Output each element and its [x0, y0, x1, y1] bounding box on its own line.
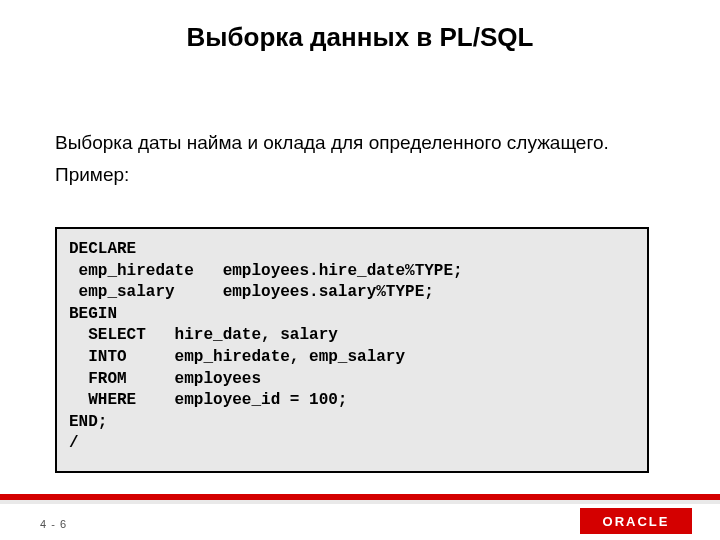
code-block: DECLARE emp_hiredate employees.hire_date…: [55, 227, 649, 473]
body-text: Выборка даты найма и оклада для определе…: [55, 130, 660, 193]
description-line-2: Пример:: [55, 162, 660, 188]
oracle-logo-text: ORACLE: [603, 514, 670, 529]
footer: 4 - 6 ORACLE: [0, 504, 720, 540]
slide: Выборка данных в PL/SQL Выборка даты най…: [0, 0, 720, 540]
description-line-1: Выборка даты найма и оклада для определе…: [55, 130, 660, 156]
page-number: 4 - 6: [40, 518, 67, 530]
oracle-logo: ORACLE: [580, 508, 692, 534]
slide-title: Выборка данных в PL/SQL: [0, 22, 720, 53]
